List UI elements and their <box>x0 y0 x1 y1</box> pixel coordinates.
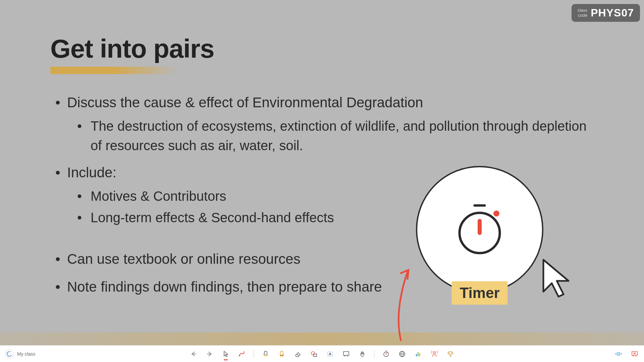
svg-point-4 <box>239 355 240 356</box>
class-code-label: class code <box>578 8 588 18</box>
class-code-badge: class code PHYS07 <box>572 4 640 22</box>
nav-back-button[interactable] <box>189 350 198 358</box>
text-tool-button[interactable]: A <box>326 350 334 358</box>
trophy-tool-button[interactable] <box>446 350 455 358</box>
bullet-item: Discuss the cause & effect of Environmen… <box>50 93 594 155</box>
exit-button[interactable] <box>630 350 639 358</box>
app-logo[interactable] <box>5 350 14 358</box>
svg-point-28 <box>618 353 620 355</box>
pointer-tool-button[interactable] <box>221 350 230 358</box>
toolbar-center: A <box>189 350 455 358</box>
bullet-text: Can use textbook or online resources <box>67 251 301 267</box>
title-underline <box>50 67 178 74</box>
sub-bullet: The destruction of ecosystems, extinctio… <box>67 116 594 155</box>
svg-point-18 <box>387 352 388 353</box>
poll-tool-button[interactable] <box>414 350 423 358</box>
bottom-toolbar: My class A <box>0 345 644 362</box>
pick-student-button[interactable] <box>430 350 439 358</box>
toolbar-left: My class <box>5 350 35 358</box>
svg-rect-5 <box>264 355 267 356</box>
svg-rect-23 <box>418 352 419 356</box>
shapes-tool-button[interactable] <box>310 350 318 358</box>
toolbar-divider <box>374 350 374 358</box>
slide-title: Get into pairs <box>50 34 594 64</box>
timer-tool-button[interactable] <box>382 350 390 358</box>
timer-callout: Timer <box>416 166 543 293</box>
toolbar-right <box>614 350 639 358</box>
svg-rect-3 <box>478 219 482 235</box>
sub-list: The destruction of ecosystems, extinctio… <box>67 116 594 155</box>
draw-tool-button[interactable] <box>237 350 246 358</box>
slide-area: class code PHYS07 Get into pairs Discuss… <box>0 0 644 345</box>
bullet-text: Note findings down findings, then prepar… <box>67 279 382 295</box>
svg-rect-22 <box>416 354 417 356</box>
class-code-value: PHYS07 <box>591 7 634 19</box>
bottom-gradient-bar <box>0 333 644 345</box>
drag-tool-button[interactable] <box>358 350 367 358</box>
svg-point-2 <box>493 210 499 217</box>
svg-line-7 <box>297 354 299 356</box>
timer-circle-zoom <box>416 166 543 293</box>
web-tool-button[interactable] <box>398 350 407 358</box>
timer-label: Timer <box>451 281 507 305</box>
svg-text:A: A <box>329 352 331 356</box>
svg-rect-6 <box>280 355 283 356</box>
bullet-text: Discuss the cause & effect of Environmen… <box>67 95 423 110</box>
toolbar-divider <box>254 350 254 358</box>
nav-forward-button[interactable] <box>205 350 214 358</box>
stopwatch-icon <box>456 203 503 256</box>
svg-rect-24 <box>419 353 420 356</box>
svg-rect-12 <box>343 352 349 355</box>
svg-point-8 <box>311 352 315 355</box>
callout-arrow-icon <box>382 265 416 342</box>
bullet-text: Include: <box>67 165 116 180</box>
eraser-tool-button[interactable] <box>293 350 302 358</box>
visibility-toggle-button[interactable] <box>614 350 623 358</box>
highlighter-yellow-button[interactable] <box>261 350 270 358</box>
highlighter-orange-button[interactable] <box>277 350 286 358</box>
whiteboard-tool-button[interactable] <box>342 350 351 358</box>
cursor-icon <box>540 256 577 300</box>
my-class-label[interactable]: My class <box>17 351 35 357</box>
svg-point-25 <box>433 352 435 354</box>
